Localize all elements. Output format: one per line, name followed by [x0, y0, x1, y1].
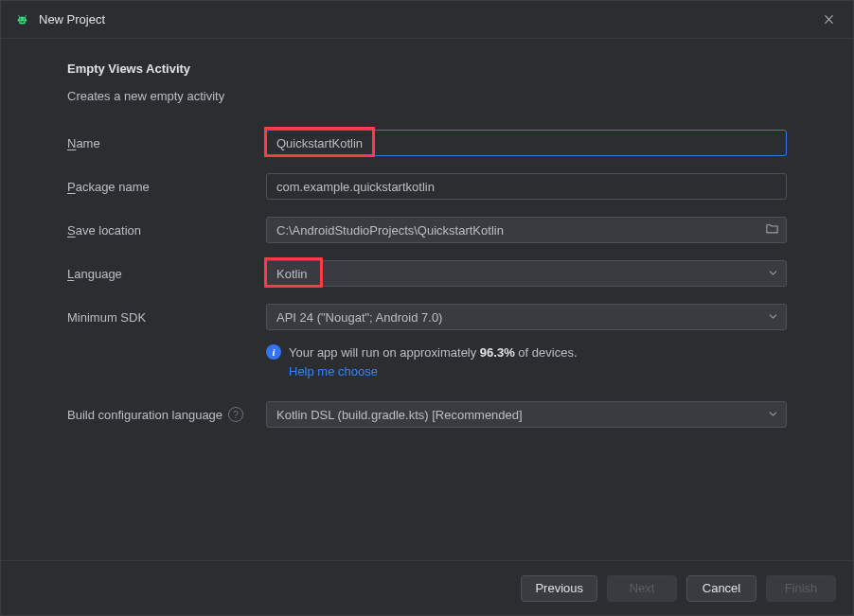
chevron-down-icon	[768, 408, 778, 422]
template-heading: Empty Views Activity	[67, 62, 787, 76]
folder-icon[interactable]	[765, 221, 779, 238]
dialog-content: Empty Views Activity Creates a new empty…	[1, 39, 853, 560]
template-subheading: Creates a new empty activity	[67, 89, 787, 103]
next-button: Next	[607, 575, 677, 602]
buildconf-select[interactable]: Kotlin DSL (build.gradle.kts) [Recommend…	[266, 401, 787, 428]
row-package: Package name	[67, 173, 787, 200]
row-minsdk: Minimum SDK API 24 ("Nougat"; Android 7.…	[67, 304, 787, 330]
language-value: Kotlin	[276, 267, 308, 281]
buildconf-value: Kotlin DSL (build.gradle.kts) [Recommend…	[276, 408, 523, 422]
label-language: Language	[67, 267, 266, 281]
name-input[interactable]	[266, 130, 787, 156]
cancel-button[interactable]: Cancel	[686, 575, 756, 602]
label-buildconf: Build configuration language ?	[67, 407, 266, 422]
row-language: Language Kotlin	[67, 260, 787, 287]
sdk-help: i Your app will run on approximately 96.…	[67, 343, 787, 380]
android-studio-icon	[14, 12, 29, 27]
new-project-dialog: New Project Empty Views Activity Creates…	[0, 0, 854, 616]
label-save: Save location	[67, 223, 266, 238]
chevron-down-icon	[768, 310, 778, 325]
minsdk-select[interactable]: API 24 ("Nougat"; Android 7.0)	[266, 304, 787, 330]
minsdk-value: API 24 ("Nougat"; Android 7.0)	[276, 310, 442, 325]
package-input[interactable]	[266, 173, 787, 200]
row-buildconf: Build configuration language ? Kotlin DS…	[67, 401, 787, 428]
row-save: Save location	[67, 217, 787, 243]
finish-button: Finish	[766, 575, 836, 602]
sdk-help-text: Your app will run on approximately 96.3%…	[289, 343, 578, 380]
row-name: Name	[67, 130, 787, 156]
save-location-input[interactable]	[266, 217, 787, 243]
info-icon: i	[266, 344, 281, 360]
chevron-down-icon	[768, 267, 778, 281]
help-me-choose-link[interactable]: Help me choose	[289, 364, 378, 378]
dialog-title: New Project	[39, 12, 817, 26]
close-icon[interactable]	[817, 9, 840, 31]
label-minsdk: Minimum SDK	[67, 310, 266, 325]
label-name: Name	[67, 136, 266, 150]
help-icon[interactable]: ?	[228, 407, 243, 422]
previous-button[interactable]: Previous	[521, 575, 597, 602]
dialog-footer: Previous Next Cancel Finish	[1, 560, 853, 615]
titlebar: New Project	[1, 1, 853, 39]
language-select[interactable]: Kotlin	[266, 260, 787, 287]
label-package: Package name	[67, 180, 266, 194]
